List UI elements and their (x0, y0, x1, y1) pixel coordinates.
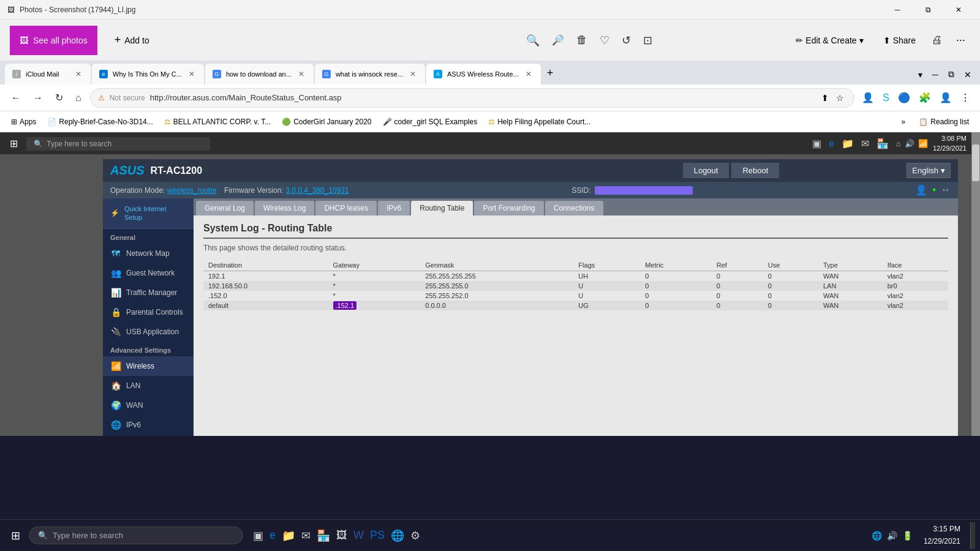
language-select[interactable]: English ▾ (907, 163, 951, 178)
col-metric: Metric (640, 260, 712, 271)
tab-wireless-log[interactable]: Wireless Log (255, 201, 314, 216)
bookmark-codergirl[interactable]: 🟢 CoderGirl January 2020 (278, 116, 375, 128)
tab-routing-table[interactable]: Routing Table (411, 201, 473, 216)
router-sidebar: ⚡ Quick InternetSetup General 🗺 Network … (103, 198, 194, 436)
col-type: Type (818, 260, 883, 271)
sidebar-item-lan[interactable]: 🏠 LAN (103, 376, 194, 395)
url-bar[interactable]: ⚠ Not secure http://router.asus.com/Main… (90, 88, 855, 108)
cell-flags: U (573, 291, 640, 301)
see-all-photos-button[interactable]: 🖼 See all photos (10, 26, 97, 55)
tab-asus[interactable]: A ASUS Wireless Route... ✕ (426, 64, 541, 84)
sidebar-item-wireless[interactable]: 📶 Wireless (103, 356, 194, 376)
bookmark-bell[interactable]: ⚖ BELL ATLANTIC CORP. v. T... (160, 116, 274, 128)
tab-ipv6[interactable]: IPv6 (378, 201, 410, 216)
mail-taskbar-button[interactable]: ✉ (299, 525, 313, 546)
maximize-browser-button[interactable]: ⧉ (944, 67, 958, 82)
sidebar-item-parental-controls[interactable]: 🔒 Parental Controls (103, 302, 194, 322)
profile-button[interactable]: 👤 (859, 89, 876, 106)
bookmark-help[interactable]: ⚖ Help Filing Appellate Court... (484, 116, 594, 128)
scroll-track[interactable] (971, 132, 980, 436)
task-view-button[interactable]: ▣ (251, 525, 266, 546)
bookmark-apps[interactable]: ⊞ Apps (7, 116, 40, 128)
sidebar-item-ipv6[interactable]: 🌐 IPv6 (103, 415, 194, 435)
close-button[interactable]: ✕ (944, 0, 973, 20)
reading-list-button[interactable]: 📋 Reading list (915, 116, 973, 128)
rotate-button[interactable]: ↺ (618, 30, 635, 51)
tab-edge1[interactable]: e Why Is This On My C... ✕ (92, 64, 204, 84)
edit-create-button[interactable]: ✏ Edit & Create ▾ (788, 31, 870, 50)
inner-start-button[interactable]: ⊞ (5, 135, 23, 152)
router-nav-buttons: Logout Reboot English ▾ (683, 163, 951, 178)
print-button[interactable]: 🖨 (928, 30, 946, 50)
cell-gateway: * (328, 291, 421, 301)
sidebar-item-usb-application[interactable]: 🔌 USB Application (103, 322, 194, 342)
reboot-button[interactable]: Reboot (731, 163, 779, 178)
quick-setup-button[interactable]: ⚡ Quick InternetSetup (103, 198, 194, 229)
share-button[interactable]: ⬆ Share (876, 31, 923, 50)
new-tab-button[interactable]: + (542, 64, 559, 82)
account-button[interactable]: 👤 (937, 89, 954, 106)
tab-close-edge1[interactable]: ✕ (187, 69, 197, 79)
bookmark-mic[interactable]: 🎤 coder_girl SQL Examples (379, 116, 481, 128)
tab-icloud[interactable]: i iCloud Mail ✕ (5, 64, 91, 84)
url-actions: ⬆ ☆ (819, 92, 846, 104)
tab-connections[interactable]: Connections (545, 201, 603, 216)
chrome-taskbar-button[interactable]: 🌐 (388, 525, 407, 546)
crop-button[interactable]: ⊡ (639, 30, 656, 51)
home-button[interactable]: ⌂ (72, 90, 85, 106)
bookmark-more-button[interactable]: » (898, 116, 910, 128)
sidebar-item-network-map[interactable]: 🗺 Network Map (103, 244, 194, 263)
store-taskbar-button[interactable]: 🏪 (314, 525, 333, 546)
sidebar-item-wan[interactable]: 🌍 WAN (103, 395, 194, 415)
sidebar-item-traffic-manager[interactable]: 📊 Traffic Manager (103, 283, 194, 302)
tab-list-button[interactable]: ▾ (914, 67, 926, 82)
windows-start-button[interactable]: ⊞ (5, 525, 26, 546)
extensions-button[interactable]: 🧩 (916, 89, 933, 106)
share-url-button[interactable]: ⬆ (819, 92, 831, 104)
sidebar-item-guest-network[interactable]: 👥 Guest Network (103, 263, 194, 283)
back-button[interactable]: ← (7, 90, 24, 106)
windows-search-bar[interactable]: 🔍 Type here to search (29, 527, 243, 544)
file-explorer-button[interactable]: 📁 (279, 525, 298, 546)
delete-button[interactable]: 🗑 (573, 30, 591, 50)
router-status-icon2[interactable]: ▪ (932, 184, 936, 196)
show-desktop-button[interactable] (970, 522, 975, 549)
logout-button[interactable]: Logout (683, 163, 729, 178)
favorite-button[interactable]: ♡ (596, 30, 613, 51)
tab-close-google1[interactable]: ✕ (296, 69, 306, 79)
zoom-in-button[interactable]: 🔍 (522, 30, 543, 51)
tab-dhcp-leases[interactable]: DHCP leases (315, 201, 377, 216)
minimize-browser-button[interactable]: ─ (929, 67, 942, 82)
router-status-icon1[interactable]: 👤 (915, 184, 927, 196)
tab-title-icloud: iCloud Mail (26, 70, 69, 78)
tab-port-forwarding[interactable]: Port Forwarding (474, 201, 543, 216)
inner-search-bar[interactable]: 🔍 Type here to search (26, 137, 210, 151)
bookmark-brief[interactable]: 📄 Reply-Brief-Case-No-3D14... (43, 116, 156, 128)
refresh-button[interactable]: ↻ (51, 89, 67, 106)
close-browser-button[interactable]: ✕ (960, 67, 975, 82)
edge-taskbar-button[interactable]: e (267, 525, 278, 545)
zoom-out-button[interactable]: 🔎 (548, 31, 568, 50)
browser-menu-button[interactable]: ⋮ (958, 89, 973, 106)
mic-icon: 🎤 (383, 118, 392, 126)
tab-close-icloud[interactable]: ✕ (74, 69, 83, 79)
tab-close-google2[interactable]: ✕ (408, 69, 418, 79)
add-to-button[interactable]: + Add to (107, 29, 157, 51)
settings-taskbar-button[interactable]: ⚙ (408, 525, 423, 546)
router-status-icon3[interactable]: ↔ (941, 184, 951, 196)
tab-google1[interactable]: G how to download an... ✕ (205, 64, 314, 84)
terminal-taskbar-button[interactable]: PS (368, 525, 387, 545)
scroll-thumb[interactable] (972, 144, 979, 181)
skype-button[interactable]: S (880, 90, 892, 106)
extension1-button[interactable]: 🔵 (895, 89, 913, 106)
word-taskbar-button[interactable]: W (351, 525, 366, 545)
minimize-button[interactable]: ─ (883, 0, 911, 20)
tab-close-asus[interactable]: ✕ (524, 69, 533, 79)
tab-general-log[interactable]: General Log (196, 201, 254, 216)
forward-button[interactable]: → (29, 90, 47, 106)
more-options-button[interactable]: ··· (951, 29, 970, 51)
tab-google2[interactable]: G what is winsock rese... ✕ (315, 64, 425, 84)
maximize-button[interactable]: ⧉ (914, 0, 942, 20)
star-url-button[interactable]: ☆ (834, 92, 846, 104)
photos-taskbar-button[interactable]: 🖼 (334, 525, 350, 545)
